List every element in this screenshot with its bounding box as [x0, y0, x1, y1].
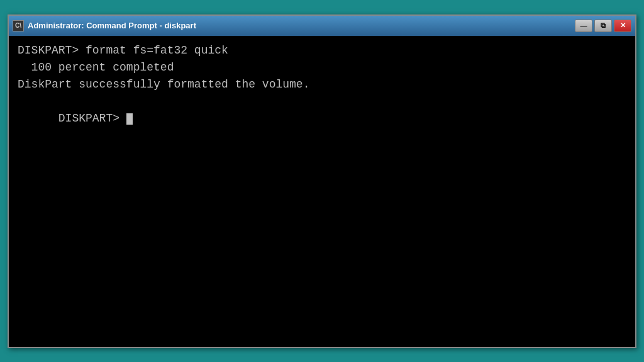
terminal-prompt: DISKPART> [58, 112, 126, 125]
terminal-line-1: DISKPART> format fs=fat32 quick [18, 42, 626, 59]
terminal-prompt-line: DISKPART> [18, 93, 626, 144]
window-title: Administrator: Command Prompt - diskpart [28, 21, 196, 30]
window-controls: — ⧉ ✕ [575, 20, 631, 32]
cmd-icon: C\ [13, 20, 24, 31]
title-bar: C\ Administrator: Command Prompt - diskp… [9, 16, 635, 36]
minimize-button[interactable]: — [575, 20, 592, 32]
cmd-window: C\ Administrator: Command Prompt - diskp… [8, 14, 636, 348]
close-button[interactable]: ✕ [614, 20, 631, 32]
terminal-cursor [126, 113, 133, 125]
terminal-line-3: 100 percent completed [18, 59, 626, 76]
terminal-body[interactable]: DISKPART> format fs=fat32 quick 100 perc… [9, 36, 635, 347]
maximize-button[interactable]: ⧉ [594, 20, 612, 32]
title-bar-left: C\ Administrator: Command Prompt - diskp… [13, 20, 196, 31]
terminal-line-5: DiskPart successfully formatted the volu… [18, 76, 626, 93]
